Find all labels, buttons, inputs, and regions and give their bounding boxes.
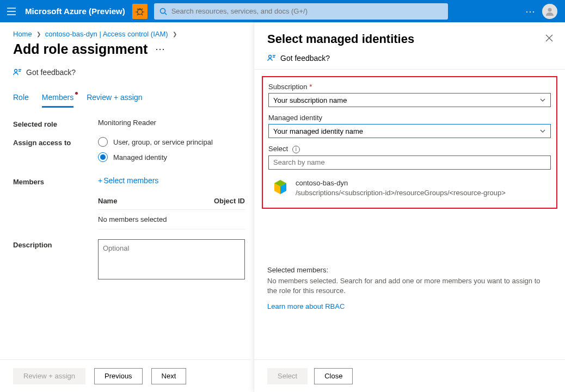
subscription-dropdown[interactable]: Your subscription name [268,93,551,107]
selected-members-text: No members selected. Search for and add … [267,276,552,296]
feedback-icon [13,68,22,77]
select-managed-identities-panel: Select managed identities Got feedback? … [254,22,565,392]
panel-close-footer-button[interactable]: Close [314,368,353,384]
info-icon[interactable]: i [292,146,300,153]
svg-point-1 [160,8,165,13]
selected-members-title: Selected members: [267,266,552,274]
subscription-value: Your subscription name [273,96,347,104]
managed-identity-value: Your managed identity name [273,127,363,135]
page-more-button[interactable]: ⋯ [155,43,165,56]
tab-role[interactable]: Role [13,93,29,108]
tab-review[interactable]: Review + assign [87,93,142,108]
required-star: * [309,83,312,91]
members-empty-row: No members selected [98,210,245,229]
more-button[interactable]: ⋯ [519,5,542,17]
chevron-down-icon [539,128,546,134]
highlighted-section: Subscription * Your subscription name Ma… [262,76,557,209]
tab-members[interactable]: Members [42,93,73,108]
tab-indicator-dot [75,92,78,95]
radio-managed-label: Managed identity [113,153,167,161]
select-members-text: Select members [103,176,158,185]
bug-icon [136,7,144,16]
user-avatar[interactable] [542,4,557,19]
identity-path: /subscriptions/<subscription-id>/resourc… [296,188,506,198]
panel-footer: Select Close [254,359,565,392]
footer-bar: Review + assign Previous Next [0,359,250,392]
feedback-icon [267,54,276,63]
tab-members-label: Members [42,93,73,102]
radio-icon [98,137,108,147]
col-name: Name [98,197,214,205]
svg-point-0 [137,9,142,14]
panel-feedback-link[interactable]: Got feedback? [254,46,565,70]
next-button[interactable]: Next [151,368,187,384]
svg-point-3 [15,70,17,72]
page-title: Add role assignment [13,41,148,57]
top-header: Microsoft Azure (Preview) ⋯ [0,0,565,22]
members-table: Name Object ID No members selected [98,192,245,229]
global-search-input[interactable] [171,7,443,15]
feedback-label: Got feedback? [26,68,76,77]
resource-icon [272,178,289,196]
report-bug-button[interactable] [132,4,148,19]
person-icon [545,7,555,16]
chevron-down-icon [539,97,546,103]
identity-result-text: contoso-bas-dyn /subscriptions/<subscrip… [296,178,506,198]
brand-title[interactable]: Microsoft Azure (Preview) [22,7,132,16]
managed-identity-label: Managed identity [268,114,551,122]
menu-button[interactable] [0,8,22,15]
select-members-link[interactable]: +Select members [98,176,158,185]
svg-point-2 [548,8,552,11]
hamburger-icon [7,8,16,15]
review-assign-button[interactable]: Review + assign [13,368,85,384]
selected-members-section: Selected members: No members selected. S… [254,266,565,310]
selected-role-label: Selected role [13,119,98,128]
identity-result-item[interactable]: contoso-bas-dyn /subscriptions/<subscrip… [268,176,551,200]
panel-title: Select managed identities [254,22,565,46]
panel-select-button[interactable]: Select [267,368,308,384]
previous-button[interactable]: Previous [94,368,143,384]
chevron-right-icon: ❯ [173,31,177,37]
chevron-right-icon: ❯ [36,31,41,37]
radio-user-label: User, group, or service principal [113,138,213,146]
plus-icon: + [98,176,102,185]
close-icon [545,34,553,42]
svg-point-4 [269,55,272,58]
col-objectid: Object ID [214,197,245,205]
learn-more-link[interactable]: Learn more about RBAC [267,302,345,310]
panel-close-button[interactable] [545,34,553,42]
global-search[interactable] [154,3,448,20]
assign-access-label: Assign access to [13,137,98,167]
members-label: Members [13,176,98,229]
description-label: Description [13,239,98,281]
breadcrumb-path[interactable]: contoso-bas-dyn | Access control (IAM) [45,30,168,38]
panel-feedback-label: Got feedback? [280,54,330,63]
select-label: Select i [268,145,551,153]
managed-identity-dropdown[interactable]: Your managed identity name [268,124,551,138]
subscription-label: Subscription * [268,83,551,91]
description-input[interactable] [98,239,245,279]
breadcrumb-home[interactable]: Home [13,30,32,38]
search-icon [159,8,167,15]
identity-name: contoso-bas-dyn [296,178,506,188]
radio-icon-selected [98,152,108,162]
select-search-input[interactable] [268,155,551,170]
